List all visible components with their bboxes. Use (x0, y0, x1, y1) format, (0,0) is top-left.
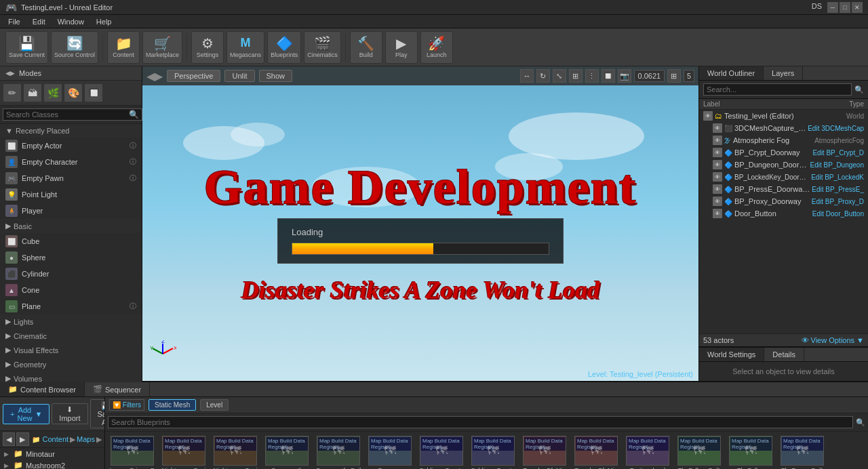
view-options-button[interactable]: 👁 View Options ▼ (802, 336, 865, 344)
mode-paint[interactable]: 🎨 (64, 83, 83, 102)
asset-temple-minotaur[interactable]: Map Build Data Registry 🗺 Temple_Of_Mino… (520, 434, 569, 469)
viewport-expand-icon[interactable]: ◀▶ (146, 70, 163, 83)
outliner-item-3dcmeshcapture[interactable]: 👁 ⬛ 3DCMeshCapture_BP Edit 3DCMeshCap (699, 122, 868, 134)
show-button[interactable]: Show (259, 70, 293, 82)
outliner-item-atmospheric-fog[interactable]: 👁 🌫 Atmospheric Fog AtmosphericFog (699, 134, 868, 146)
visibility-icon-6[interactable]: 👁 (713, 172, 722, 182)
blueprints-button[interactable]: 🔷 Blueprints (267, 31, 301, 64)
section-visual-effects[interactable]: ▶ Visual Effects (0, 343, 142, 357)
asset-passage[interactable]: Map Build Data Registry 🗺 Passage (366, 434, 414, 469)
build-button[interactable]: 🔨 Build (350, 31, 382, 64)
outliner-item-testing-level[interactable]: 👁 🗂 Testing_level (Editor) World (699, 110, 868, 122)
grid-icon[interactable]: ⋮ (585, 69, 599, 83)
class-point-light[interactable]: 💡 Point Light (0, 186, 142, 203)
section-cinematic[interactable]: ▶ Cinematic (0, 329, 142, 343)
section-recently-placed[interactable]: ▼ Recently Placed (0, 124, 142, 138)
section-lights[interactable]: ▶ Lights (0, 314, 142, 329)
level-filter[interactable]: Level (200, 399, 229, 411)
snap-icon[interactable]: 🔲 (601, 69, 615, 83)
outliner-item-bp-lockedkey[interactable]: 👁 🔷 BP_LockedKey_Doorway_OpenClos Edit B… (699, 171, 868, 183)
maps-path-link[interactable]: Maps (77, 435, 95, 443)
cinematics-button[interactable]: 🎬 Cinematics (304, 31, 341, 64)
folder-mushroom2[interactable]: ▶ 📁 Mushroom2 (0, 460, 104, 469)
tab-world-outliner[interactable]: World Outliner (699, 66, 764, 80)
save-all-button[interactable]: 💾 Save All (90, 399, 105, 428)
visibility-icon-7[interactable]: 👁 (713, 184, 722, 194)
class-cylinder[interactable]: ⬛ Cylinder (0, 266, 142, 282)
content-path-link[interactable]: Content (43, 435, 69, 443)
class-empty-character[interactable]: 👤 Empty Character ⓘ (0, 154, 142, 170)
class-cone[interactable]: ▲ Cone (0, 282, 142, 298)
perspective-button[interactable]: Perspective (167, 70, 220, 82)
visibility-icon-9[interactable]: 👁 (713, 209, 722, 218)
translate-icon[interactable]: ↔ (520, 69, 534, 83)
viewport[interactable]: ◀▶ Perspective Unlit Show ↔ ↻ ⤡ ⊞ ⋮ 🔲 📷 … (142, 66, 698, 381)
zoom-value[interactable]: 0.0621 (634, 70, 665, 82)
scale-icon[interactable]: ⤡ (553, 69, 566, 83)
filters-button[interactable]: 🔽 Filters (109, 399, 144, 411)
outliner-item-bp-dungeon-doorway[interactable]: 👁 🔷 BP_Dungeon_Doorway Edit BP_Dungeon (699, 159, 868, 171)
menu-help[interactable]: Help (91, 16, 117, 27)
class-empty-actor[interactable]: ⬜ Empty Actor ⓘ (0, 138, 142, 154)
search-classes-input[interactable] (3, 108, 142, 121)
visibility-icon-2[interactable]: 👁 (713, 123, 722, 133)
content-search-input[interactable] (108, 416, 853, 428)
asset-testing-level[interactable]: Map Build Data Registry 🗺 Testing_level (623, 434, 672, 469)
menu-window[interactable]: Window (52, 16, 90, 27)
rotate-icon[interactable]: ↻ (536, 69, 550, 83)
asset-soldiers-quarters-built[interactable]: Map Build Data Registry 🗺 Soldiers_Quart… (469, 434, 517, 469)
nav-forward-button[interactable]: ▶ (16, 432, 28, 446)
import-button[interactable]: ⬇ Import (52, 403, 87, 424)
tab-content-browser[interactable]: 📁 Content Browser (0, 382, 85, 396)
nav-back-button[interactable]: ◀ (3, 432, 15, 446)
visibility-icon-8[interactable]: 👁 (713, 197, 722, 206)
play-button[interactable]: ▶ Play (385, 31, 418, 64)
asset-nightmare-oasis-built[interactable]: Map Build Data Registry 🗺 Nightmare_Oasi… (211, 434, 260, 469)
level-name-link[interactable]: Testing_level (Persistent) (610, 370, 693, 378)
section-geometry[interactable]: ▶ Geometry (0, 357, 142, 371)
mode-geometry[interactable]: 🔲 (84, 83, 103, 102)
camera-speed-icon[interactable]: 📷 (618, 69, 631, 83)
content-button[interactable]: 📁 Content (107, 31, 140, 64)
asset-soldiers-quarters[interactable]: Map Build Data Registry 🗺 Soldiers_Quart… (417, 434, 466, 469)
save-current-button[interactable]: 💾 Save Current (5, 31, 48, 64)
mode-foliage[interactable]: 🌿 (43, 83, 62, 102)
section-basic[interactable]: ▶ Basic (0, 219, 142, 233)
mode-place[interactable]: ✏ (3, 83, 22, 102)
settings-button[interactable]: ⚙ Settings (191, 31, 224, 64)
tab-world-settings[interactable]: World Settings (699, 348, 764, 361)
asset-overgrowth[interactable]: Map Build Data Registry 🗺 Overgrowth (262, 434, 311, 469)
outliner-item-bp-presse[interactable]: 👁 🔷 BP_PressE_Doorway1 Edit BP_PressE_ (699, 183, 868, 195)
class-player[interactable]: 🧍 Player (0, 203, 142, 219)
static-mesh-filter[interactable]: Static Mesh (149, 399, 196, 411)
outliner-item-bp-proxy[interactable]: 👁 🔷 BP_Proxy_Doorway Edit BP_Proxy_D (699, 195, 868, 207)
marketplace-button[interactable]: 🛒 Marketplace (142, 31, 182, 64)
visibility-icon-5[interactable]: 👁 (713, 160, 722, 169)
asset-the-tower-built[interactable]: Map Build Data Registry 🗺 TheTower_Built… (778, 434, 827, 469)
visibility-icon[interactable]: 👁 (703, 111, 713, 121)
outliner-item-door-button[interactable]: 👁 🔷 Door_Button Edit Door_Button (699, 207, 868, 220)
asset-lower-prison[interactable]: Map Build Data Registry 🗺 Lower_Prison_B… (108, 434, 157, 469)
class-cube[interactable]: ⬜ Cube (0, 233, 142, 249)
outliner-search-input[interactable] (703, 83, 852, 96)
minimize-button[interactable]: ─ (827, 2, 838, 13)
menu-file[interactable]: File (3, 16, 26, 27)
unlit-button[interactable]: Unlit (224, 70, 254, 82)
add-new-button[interactable]: + Add New ▼ (3, 404, 50, 424)
megascans-button[interactable]: M Megascans (226, 31, 264, 64)
asset-the-fallen-built[interactable]: Map Build Data Registry 🗺 TheFallen_Buil… (675, 434, 724, 469)
asset-the-fallen[interactable]: Map Build Data Registry 🗺 TheFallen (726, 434, 775, 469)
tab-details[interactable]: Details (764, 348, 804, 361)
launch-button[interactable]: 🚀 Launch (420, 31, 453, 64)
folder-minotaur[interactable]: ▶ 📁 Minotaur (0, 448, 104, 460)
class-plane[interactable]: ▭ Plane ⓘ (0, 298, 142, 314)
class-empty-pawn[interactable]: 🎮 Empty Pawn ⓘ (0, 170, 142, 186)
outliner-item-bp-crypt-doorway[interactable]: 👁 🔷 BP_Crypt_Doorway Edit BP_Crypt_D (699, 146, 868, 159)
tab-sequencer[interactable]: 🎬 Sequencer (85, 382, 150, 396)
asset-nightmare-oasis[interactable]: Map Build Data Registry 🗺 Nightmare_Oasi… (159, 434, 208, 469)
class-sphere[interactable]: ● Sphere (0, 249, 142, 266)
menu-edit[interactable]: Edit (27, 16, 51, 27)
visibility-icon-4[interactable]: 👁 (713, 148, 722, 157)
maximize-button[interactable]: □ (840, 2, 850, 13)
close-button[interactable]: ✕ (852, 2, 863, 13)
